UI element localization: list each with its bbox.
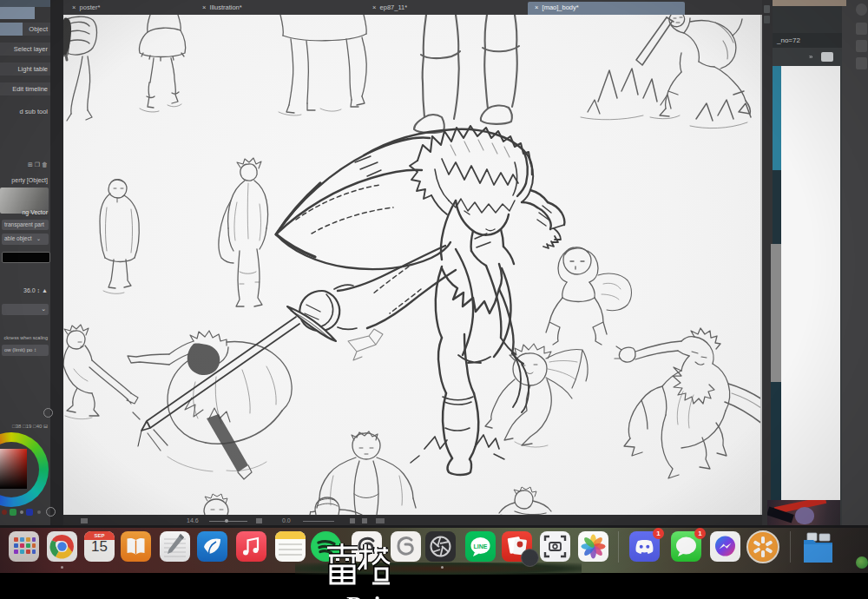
svg-text:LINE: LINE [474, 543, 488, 550]
